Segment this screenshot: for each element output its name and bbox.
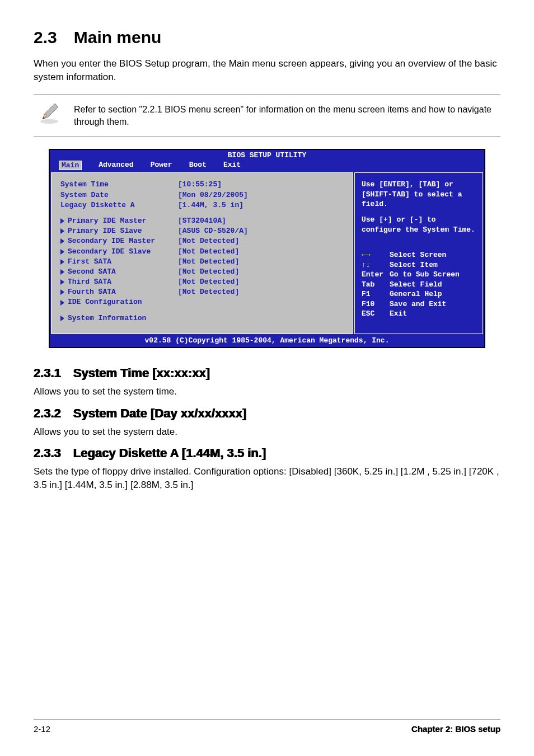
section-heading-2: 2.3.2 System Date [Day xx/xx/xxxx] bbox=[34, 406, 500, 421]
note-box: Refer to section "2.2.1 BIOS menu screen… bbox=[34, 94, 500, 137]
bios-help-text-1: Use [ENTER], [TAB] or [SHIFT-TAB] to sel… bbox=[362, 180, 476, 209]
bios-right-panel: Use [ENTER], [TAB] or [SHIFT-TAB] to sel… bbox=[354, 172, 483, 334]
bios-row-label: Primary IDE Master bbox=[60, 216, 178, 226]
key-desc: General Help bbox=[390, 289, 442, 299]
bios-row[interactable]: Third SATA[Not Detected] bbox=[60, 277, 344, 287]
bios-row-label: IDE Configuration bbox=[60, 297, 178, 307]
key-name: Tab bbox=[362, 280, 390, 290]
bios-key-legend: ←→Select Screen↑↓Select ItemEnterGo to S… bbox=[362, 250, 476, 319]
bios-row-label: Third SATA bbox=[60, 277, 178, 287]
triangle-icon bbox=[60, 300, 64, 306]
key-name: ESC bbox=[362, 309, 390, 319]
pencil-icon bbox=[38, 102, 60, 125]
bios-row[interactable]: IDE Configuration bbox=[60, 297, 344, 307]
section-text-1: Allows you to set the system time. bbox=[34, 385, 500, 398]
bios-row-label: Secondary IDE Slave bbox=[60, 247, 178, 257]
intro-paragraph: When you enter the BIOS Setup program, t… bbox=[34, 57, 500, 84]
key-name: F1 bbox=[362, 289, 390, 299]
bios-row-value: [Not Detected] bbox=[178, 257, 344, 267]
bios-tab-main[interactable]: Main bbox=[59, 161, 82, 170]
triangle-icon bbox=[60, 218, 64, 224]
key-name: F10 bbox=[362, 299, 390, 309]
bios-row-label: Secondary IDE Master bbox=[60, 236, 178, 246]
bios-row[interactable]: System Date[Mon 08/29/2005] bbox=[60, 190, 344, 200]
key-legend-row: ↑↓Select Item bbox=[362, 260, 476, 270]
key-desc: Select Field bbox=[390, 280, 442, 290]
section-text-2: Allows you to set the system date. bbox=[34, 425, 500, 439]
bios-row-label: System Date bbox=[60, 190, 178, 200]
section-heading-1: 2.3.1 System Time [xx:xx:xx] bbox=[34, 366, 500, 381]
triangle-icon bbox=[60, 316, 64, 321]
bios-row[interactable]: Secondary IDE Master[Not Detected] bbox=[60, 236, 344, 246]
key-desc: Select Item bbox=[390, 260, 438, 270]
bios-row-value bbox=[178, 313, 344, 323]
bios-row-label: Primary IDE Slave bbox=[60, 226, 178, 236]
key-desc: Save and Exit bbox=[390, 299, 446, 309]
key-name: Enter bbox=[362, 270, 390, 280]
bios-row-value: [Not Detected] bbox=[178, 287, 344, 297]
bios-row[interactable]: First SATA[Not Detected] bbox=[60, 257, 344, 267]
bios-left-panel: System Time[10:55:25]System Date[Mon 08/… bbox=[51, 172, 353, 334]
key-desc: Go to Sub Screen bbox=[390, 270, 460, 280]
bios-row-value: [1.44M, 3.5 in] bbox=[178, 200, 344, 210]
bios-tab-exit[interactable]: Exit bbox=[223, 161, 241, 170]
bios-row-value: [ASUS CD-S520/A] bbox=[178, 226, 344, 236]
bios-row[interactable]: Fourth SATA[Not Detected] bbox=[60, 287, 344, 297]
key-desc: Exit bbox=[390, 309, 407, 319]
bios-copyright: v02.58 (C)Copyright 1985-2004, American … bbox=[50, 335, 484, 347]
key-legend-row: ←→Select Screen bbox=[362, 250, 476, 260]
key-legend-row: F1General Help bbox=[362, 289, 476, 299]
bios-row-label: Second SATA bbox=[60, 267, 178, 277]
triangle-icon bbox=[60, 279, 64, 285]
bios-row-label: First SATA bbox=[60, 257, 178, 267]
page-number: 2-12 bbox=[34, 724, 50, 734]
svg-point-0 bbox=[40, 119, 58, 124]
key-legend-row: TabSelect Field bbox=[362, 280, 476, 290]
bios-row-value: [Not Detected] bbox=[178, 267, 344, 277]
key-legend-row: F10Save and Exit bbox=[362, 299, 476, 309]
note-text: Refer to section "2.2.1 BIOS menu screen… bbox=[74, 102, 500, 129]
bios-row[interactable]: Primary IDE Master[ST320410A] bbox=[60, 216, 344, 226]
bios-tab-advanced[interactable]: Advanced bbox=[99, 161, 133, 170]
page-heading: 2.3 Main menu bbox=[34, 28, 500, 47]
bios-row-value: [Not Detected] bbox=[178, 247, 344, 257]
triangle-icon bbox=[60, 269, 64, 275]
bios-row[interactable]: Second SATA[Not Detected] bbox=[60, 267, 344, 277]
bios-row-label: System Time bbox=[60, 180, 178, 190]
section-heading-3: 2.3.3 Legacy Diskette A [1.44M, 3.5 in.] bbox=[34, 446, 500, 461]
key-legend-row: ESCExit bbox=[362, 309, 476, 319]
bios-row[interactable]: System Information bbox=[60, 313, 344, 323]
section-text-3: Sets the type of floppy drive installed.… bbox=[34, 465, 500, 492]
triangle-icon bbox=[60, 249, 64, 255]
triangle-icon bbox=[60, 289, 64, 295]
bios-row[interactable]: System Time[10:55:25] bbox=[60, 180, 344, 190]
triangle-icon bbox=[60, 259, 64, 265]
bios-row-value: [Not Detected] bbox=[178, 236, 344, 246]
key-name: ←→ bbox=[362, 250, 390, 260]
bios-row-label: Fourth SATA bbox=[60, 287, 178, 297]
bios-row[interactable]: Legacy Diskette A[1.44M, 3.5 in] bbox=[60, 200, 344, 210]
bios-row-value: [10:55:25] bbox=[178, 180, 344, 190]
bios-row[interactable]: Primary IDE Slave[ASUS CD-S520/A] bbox=[60, 226, 344, 236]
key-legend-row: EnterGo to Sub Screen bbox=[362, 270, 476, 280]
triangle-icon bbox=[60, 238, 64, 244]
bios-tab-boot[interactable]: Boot bbox=[189, 161, 207, 170]
key-name: ↑↓ bbox=[362, 260, 390, 270]
page-footer: 2-12 Chapter 2: BIOS setup bbox=[34, 719, 500, 734]
bios-row[interactable]: Secondary IDE Slave[Not Detected] bbox=[60, 247, 344, 257]
bios-tab-bar: Main Advanced Power Boot Exit bbox=[50, 161, 484, 172]
bios-row-value bbox=[178, 297, 344, 307]
bios-row-label: Legacy Diskette A bbox=[60, 200, 178, 210]
bios-title: BIOS SETUP UTILITY bbox=[50, 150, 484, 161]
key-desc: Select Screen bbox=[390, 250, 446, 260]
bios-tab-power[interactable]: Power bbox=[151, 161, 172, 170]
triangle-icon bbox=[60, 228, 64, 234]
bios-row-value: [ST320410A] bbox=[178, 216, 344, 226]
bios-screenshot: BIOS SETUP UTILITY Main Advanced Power B… bbox=[49, 149, 485, 348]
bios-help-text-2: Use [+] or [-] to configure the System T… bbox=[362, 215, 476, 234]
chapter-label: Chapter 2: BIOS setup bbox=[411, 724, 500, 734]
bios-row-label: System Information bbox=[60, 313, 178, 323]
bios-row-value: [Not Detected] bbox=[178, 277, 344, 287]
bios-row-value: [Mon 08/29/2005] bbox=[178, 190, 344, 200]
